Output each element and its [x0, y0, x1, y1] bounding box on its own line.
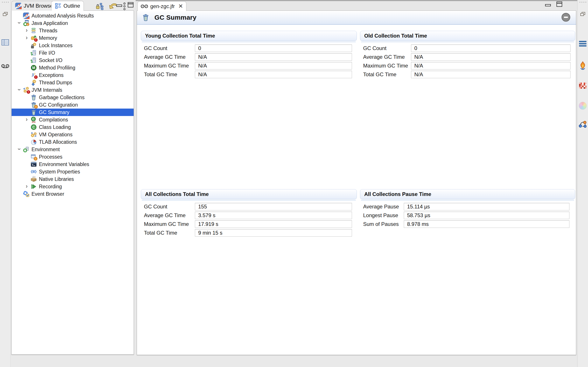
editor-tab-label: gen-zgc.jfr	[150, 3, 175, 9]
gc-summary-page: GC Summary Young Collection Total TimeGC…	[137, 10, 576, 355]
field-value[interactable]: 15.114 µs	[404, 203, 569, 210]
sidebar-item-label: Thread Dumps	[39, 80, 72, 86]
close-tab-icon[interactable]: ✕	[178, 3, 183, 10]
maximize-icon[interactable]	[128, 2, 133, 8]
group-title: All Collections Total Time	[141, 189, 357, 199]
sidebar-item-vm-operations[interactable]: VM Operations	[12, 131, 134, 138]
outline-bars-icon[interactable]	[578, 39, 587, 48]
group-title: Young Collection Total Time	[141, 31, 357, 41]
sidebar-item-gc-configuration[interactable]: iGC Configuration	[12, 101, 134, 108]
field-value[interactable]: N/A	[411, 71, 571, 78]
sidebar-item-socket-i-o[interactable]: Socket I/O	[12, 57, 134, 64]
sidebar-item-tlab-allocations[interactable]: TLAB Allocations	[12, 138, 134, 146]
exceptions-icon: JJ!	[30, 72, 37, 78]
sidebar-item-lock-instances[interactable]: Lock Instances	[12, 42, 134, 49]
sidebar-item-label: GC Configuration	[39, 102, 78, 108]
svg-text:010: 010	[32, 121, 36, 123]
collapse-results-button[interactable]	[562, 13, 570, 22]
field-value[interactable]: N/A	[195, 53, 352, 61]
chevron-down-icon[interactable]: ›	[16, 147, 23, 152]
restore-view-icon[interactable]	[578, 10, 587, 18]
lock-tree-icon[interactable]	[96, 2, 104, 10]
sidebar-item-garbage-collections[interactable]: Garbage Collections	[12, 94, 134, 101]
field-value[interactable]: 58.753 µs	[404, 212, 569, 219]
field-value[interactable]: 155	[195, 203, 352, 210]
heatmap-view-icon[interactable]	[578, 81, 587, 90]
editor-tab-gen-zgc[interactable]: gen-zgc.jfr ✕	[137, 1, 186, 11]
sidebar-item-label: File I/O	[39, 50, 55, 56]
sidebar-item-label: GC Summary	[39, 109, 69, 115]
maximize-icon[interactable]	[556, 1, 562, 7]
properties-table-icon[interactable]	[1, 38, 10, 47]
svg-text:C: C	[32, 125, 35, 129]
sidebar-item-label: Native Libraries	[39, 176, 74, 182]
field-value[interactable]: 0	[195, 45, 352, 52]
chevron-right-icon[interactable]: ›	[23, 35, 30, 41]
editor-tab-strip: gen-zgc.jfr ✕	[136, 0, 578, 10]
sidebar-item-thread-dumps[interactable]: Thread Dumps	[12, 79, 134, 86]
sidebar-header: JVM Browser Outline	[10, 1, 134, 11]
chevron-right-icon[interactable]: ›	[23, 28, 30, 34]
recording-tape-icon[interactable]	[1, 62, 10, 71]
field-value[interactable]: N/A	[411, 53, 571, 61]
sidebar-item-java-application[interactable]: ›iJava Application	[12, 19, 134, 27]
field-label: Total GC Time	[144, 71, 177, 78]
sidebar-item-memory[interactable]: ›!Memory	[12, 34, 134, 42]
sidebar-item-processes[interactable]: iProcesses	[12, 153, 134, 161]
sidebar-item-label: Processes	[39, 154, 62, 160]
field-value[interactable]: N/A	[411, 62, 571, 69]
sidebar-item-file-i-o[interactable]: File I/O	[12, 49, 134, 57]
chevron-down-icon[interactable]: ›	[16, 87, 23, 93]
sidebar-item-recording[interactable]: ›Recording	[12, 183, 134, 190]
vm-operations-icon	[30, 131, 37, 138]
flame-view-icon[interactable]	[578, 61, 587, 70]
field-value[interactable]: 0	[411, 45, 571, 52]
group-title: All Collections Pause Time	[360, 189, 575, 199]
group-all-collections-pause-time: All Collections Pause TimeAverage Pause1…	[360, 189, 575, 199]
sidebar-item-label: Compilations	[39, 117, 68, 123]
sidebar-item-environment-variables[interactable]: Environment Variables	[12, 161, 134, 168]
field-label: Average Pause	[363, 204, 399, 210]
sidebar-item-label: Memory	[39, 35, 57, 41]
sidebar-item-gc-summary[interactable]: GC Summary	[12, 108, 134, 116]
graph-view-icon[interactable]	[578, 120, 587, 129]
color-wheel-icon[interactable]	[578, 101, 587, 110]
drag-handle-icon[interactable]	[2, 2, 9, 3]
field-label: Total GC Time	[363, 71, 396, 78]
sidebar-item-automated-analysis-results[interactable]: Automated Analysis Results	[12, 12, 134, 19]
sidebar-item-native-libraries[interactable]: Native Libraries	[12, 175, 134, 183]
field-value[interactable]: 3.579 s	[195, 212, 352, 219]
field-value[interactable]: N/A	[195, 62, 352, 69]
threads-icon	[30, 27, 37, 34]
field-value[interactable]: 8.978 ms	[404, 220, 569, 228]
garbage-collections-icon	[30, 94, 37, 101]
tab-outline[interactable]: Outline	[51, 1, 84, 11]
field-value[interactable]: 9 min 15 s	[195, 229, 352, 237]
svg-text:J: J	[34, 72, 35, 75]
gc-configuration-icon: i	[30, 101, 37, 108]
gold-back-arrow-icon[interactable]	[109, 2, 117, 10]
field-value[interactable]: 17.919 s	[195, 220, 352, 228]
sidebar-item-event-browser[interactable]: Event Browser	[12, 190, 134, 198]
sidebar-item-threads[interactable]: ›Threads	[12, 27, 134, 34]
thread-dumps-icon	[30, 79, 37, 86]
chevron-right-icon[interactable]: ›	[23, 117, 30, 123]
chevron-right-icon[interactable]: ›	[23, 184, 30, 190]
sidebar-item-exceptions[interactable]: JJ!Exceptions	[12, 71, 134, 79]
minimize-icon[interactable]	[545, 4, 551, 6]
drag-handle-icon[interactable]	[579, 2, 586, 3]
sidebar-item-method-profiling[interactable]: MMethod Profiling	[12, 64, 134, 71]
minimize-icon[interactable]	[116, 5, 122, 7]
sidebar-item-environment[interactable]: ›Environment	[12, 146, 134, 153]
compilations-icon: C010	[30, 117, 37, 123]
sidebar-item-system-properties[interactable]: System Properties	[12, 168, 134, 175]
sidebar-item-compilations[interactable]: ›C010Compilations	[12, 116, 134, 123]
restore-view-icon[interactable]	[1, 10, 10, 18]
sidebar-item-jvm-internals[interactable]: ›!JVM Internals	[12, 86, 134, 94]
chevron-down-icon[interactable]: ›	[16, 20, 23, 26]
field-label: Average GC Time	[144, 54, 185, 60]
field-value[interactable]: N/A	[195, 71, 352, 78]
socket-io-icon	[30, 57, 37, 64]
sidebar-item-class-loading[interactable]: CClass Loading	[12, 123, 134, 131]
sidebar-item-label: Environment	[32, 147, 60, 152]
